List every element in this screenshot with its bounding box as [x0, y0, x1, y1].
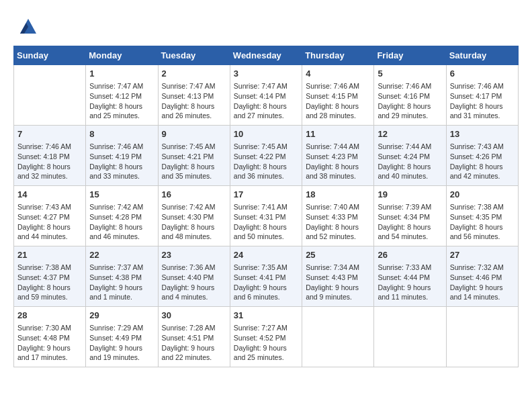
day-info: Sunrise: 7:47 AM Sunset: 4:12 PM Dayligh… — [89, 81, 154, 121]
day-info: Sunrise: 7:30 AM Sunset: 4:48 PM Dayligh… — [17, 323, 82, 363]
day-number: 26 — [378, 249, 442, 261]
calendar-cell — [14, 65, 86, 126]
day-info: Sunrise: 7:38 AM Sunset: 4:37 PM Dayligh… — [17, 263, 82, 302]
day-info: Sunrise: 7:39 AM Sunset: 4:34 PM Dayligh… — [378, 202, 442, 242]
calendar-cell: 3Sunrise: 7:47 AM Sunset: 4:14 PM Daylig… — [230, 65, 302, 126]
calendar-cell: 19Sunrise: 7:39 AM Sunset: 4:34 PM Dayli… — [374, 186, 446, 246]
calendar-cell: 17Sunrise: 7:41 AM Sunset: 4:31 PM Dayli… — [230, 186, 302, 246]
day-number: 19 — [378, 189, 442, 201]
day-number: 16 — [162, 189, 226, 201]
day-info: Sunrise: 7:35 AM Sunset: 4:41 PM Dayligh… — [234, 263, 298, 302]
calendar-cell: 31Sunrise: 7:27 AM Sunset: 4:52 PM Dayli… — [230, 307, 302, 367]
calendar-cell: 23Sunrise: 7:36 AM Sunset: 4:40 PM Dayli… — [158, 246, 230, 307]
day-number: 29 — [89, 310, 154, 322]
day-info: Sunrise: 7:47 AM Sunset: 4:14 PM Dayligh… — [234, 81, 298, 121]
day-number: 28 — [17, 310, 82, 322]
day-info: Sunrise: 7:41 AM Sunset: 4:31 PM Dayligh… — [234, 202, 298, 242]
day-number: 5 — [378, 68, 442, 80]
day-number: 21 — [17, 249, 82, 261]
calendar-cell: 20Sunrise: 7:38 AM Sunset: 4:35 PM Dayli… — [446, 186, 518, 246]
day-number: 13 — [450, 128, 515, 140]
day-info: Sunrise: 7:32 AM Sunset: 4:46 PM Dayligh… — [450, 263, 515, 302]
day-info: Sunrise: 7:40 AM Sunset: 4:33 PM Dayligh… — [306, 202, 370, 242]
calendar-day-header: Thursday — [302, 46, 374, 65]
calendar-cell: 25Sunrise: 7:34 AM Sunset: 4:43 PM Dayli… — [302, 246, 374, 307]
calendar-cell: 21Sunrise: 7:38 AM Sunset: 4:37 PM Dayli… — [14, 246, 86, 307]
day-info: Sunrise: 7:34 AM Sunset: 4:43 PM Dayligh… — [306, 263, 370, 302]
calendar-week-row: 1Sunrise: 7:47 AM Sunset: 4:12 PM Daylig… — [14, 65, 519, 126]
calendar-header-row: SundayMondayTuesdayWednesdayThursdayFrid… — [14, 46, 519, 65]
day-info: Sunrise: 7:27 AM Sunset: 4:52 PM Dayligh… — [234, 323, 298, 363]
day-info: Sunrise: 7:42 AM Sunset: 4:30 PM Dayligh… — [162, 202, 226, 242]
page-header — [13, 13, 519, 39]
day-number: 14 — [17, 189, 82, 201]
day-number: 12 — [378, 128, 442, 140]
day-info: Sunrise: 7:44 AM Sunset: 4:23 PM Dayligh… — [306, 142, 370, 181]
calendar-week-row: 28Sunrise: 7:30 AM Sunset: 4:48 PM Dayli… — [14, 307, 519, 367]
day-number: 6 — [450, 68, 515, 80]
calendar-cell: 18Sunrise: 7:40 AM Sunset: 4:33 PM Dayli… — [302, 186, 374, 246]
day-info: Sunrise: 7:46 AM Sunset: 4:15 PM Dayligh… — [306, 81, 370, 121]
calendar-cell: 12Sunrise: 7:44 AM Sunset: 4:24 PM Dayli… — [374, 126, 446, 186]
day-info: Sunrise: 7:45 AM Sunset: 4:21 PM Dayligh… — [162, 142, 226, 181]
day-number: 20 — [450, 189, 515, 201]
day-number: 4 — [306, 68, 370, 80]
day-number: 10 — [234, 128, 298, 140]
day-info: Sunrise: 7:29 AM Sunset: 4:49 PM Dayligh… — [89, 323, 154, 363]
day-number: 15 — [89, 189, 154, 201]
calendar-cell: 13Sunrise: 7:43 AM Sunset: 4:26 PM Dayli… — [446, 126, 518, 186]
day-info: Sunrise: 7:37 AM Sunset: 4:38 PM Dayligh… — [89, 263, 154, 302]
calendar-cell — [302, 307, 374, 367]
day-number: 31 — [234, 310, 298, 322]
day-info: Sunrise: 7:33 AM Sunset: 4:44 PM Dayligh… — [378, 263, 442, 302]
day-number: 11 — [306, 128, 370, 140]
day-info: Sunrise: 7:42 AM Sunset: 4:28 PM Dayligh… — [89, 202, 154, 242]
calendar-table: SundayMondayTuesdayWednesdayThursdayFrid… — [13, 46, 519, 367]
day-number: 8 — [89, 128, 154, 140]
calendar-cell: 7Sunrise: 7:46 AM Sunset: 4:18 PM Daylig… — [14, 126, 86, 186]
day-info: Sunrise: 7:36 AM Sunset: 4:40 PM Dayligh… — [162, 263, 226, 302]
day-number: 9 — [162, 128, 226, 140]
calendar-day-header: Sunday — [14, 46, 86, 65]
calendar-week-row: 21Sunrise: 7:38 AM Sunset: 4:37 PM Dayli… — [14, 246, 519, 307]
calendar-week-row: 7Sunrise: 7:46 AM Sunset: 4:18 PM Daylig… — [14, 126, 519, 186]
day-info: Sunrise: 7:47 AM Sunset: 4:13 PM Dayligh… — [162, 81, 226, 121]
day-info: Sunrise: 7:46 AM Sunset: 4:17 PM Dayligh… — [450, 81, 515, 121]
calendar-day-header: Wednesday — [230, 46, 302, 65]
day-info: Sunrise: 7:46 AM Sunset: 4:18 PM Dayligh… — [17, 142, 82, 181]
logo-icon — [13, 13, 39, 39]
calendar-week-row: 14Sunrise: 7:43 AM Sunset: 4:27 PM Dayli… — [14, 186, 519, 246]
day-number: 18 — [306, 189, 370, 201]
calendar-cell: 30Sunrise: 7:28 AM Sunset: 4:51 PM Dayli… — [158, 307, 230, 367]
calendar-day-header: Friday — [374, 46, 446, 65]
day-info: Sunrise: 7:44 AM Sunset: 4:24 PM Dayligh… — [378, 142, 442, 181]
day-info: Sunrise: 7:38 AM Sunset: 4:35 PM Dayligh… — [450, 202, 515, 242]
calendar-cell — [374, 307, 446, 367]
calendar-cell: 22Sunrise: 7:37 AM Sunset: 4:38 PM Dayli… — [86, 246, 158, 307]
calendar-cell: 6Sunrise: 7:46 AM Sunset: 4:17 PM Daylig… — [446, 65, 518, 126]
calendar-cell — [446, 307, 518, 367]
calendar-day-header: Saturday — [446, 46, 518, 65]
calendar-cell: 1Sunrise: 7:47 AM Sunset: 4:12 PM Daylig… — [86, 65, 158, 126]
day-info: Sunrise: 7:46 AM Sunset: 4:16 PM Dayligh… — [378, 81, 442, 121]
calendar-cell: 28Sunrise: 7:30 AM Sunset: 4:48 PM Dayli… — [14, 307, 86, 367]
calendar-cell: 8Sunrise: 7:46 AM Sunset: 4:19 PM Daylig… — [86, 126, 158, 186]
calendar-cell: 11Sunrise: 7:44 AM Sunset: 4:23 PM Dayli… — [302, 126, 374, 186]
day-number: 27 — [450, 249, 515, 261]
calendar-cell: 14Sunrise: 7:43 AM Sunset: 4:27 PM Dayli… — [14, 186, 86, 246]
logo — [13, 13, 42, 39]
calendar-day-header: Tuesday — [158, 46, 230, 65]
day-number: 22 — [89, 249, 154, 261]
calendar-cell: 27Sunrise: 7:32 AM Sunset: 4:46 PM Dayli… — [446, 246, 518, 307]
day-number: 1 — [89, 68, 154, 80]
calendar-cell: 2Sunrise: 7:47 AM Sunset: 4:13 PM Daylig… — [158, 65, 230, 126]
day-number: 2 — [162, 68, 226, 80]
day-number: 25 — [306, 249, 370, 261]
day-number: 3 — [234, 68, 298, 80]
calendar-cell: 15Sunrise: 7:42 AM Sunset: 4:28 PM Dayli… — [86, 186, 158, 246]
day-info: Sunrise: 7:46 AM Sunset: 4:19 PM Dayligh… — [89, 142, 154, 181]
day-number: 23 — [162, 249, 226, 261]
day-info: Sunrise: 7:43 AM Sunset: 4:27 PM Dayligh… — [17, 202, 82, 242]
calendar-cell: 16Sunrise: 7:42 AM Sunset: 4:30 PM Dayli… — [158, 186, 230, 246]
calendar-day-header: Monday — [86, 46, 158, 65]
